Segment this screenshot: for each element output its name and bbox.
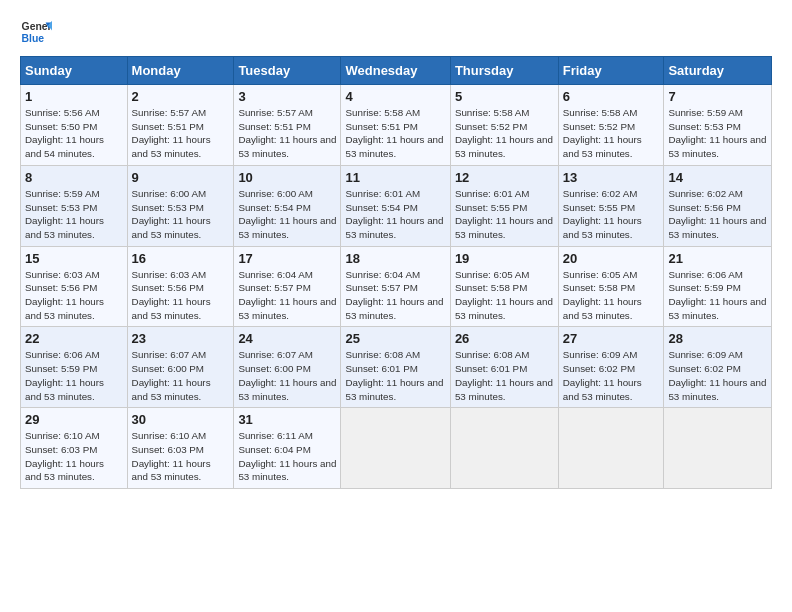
day-detail: Sunrise: 6:07 AM Sunset: 6:00 PM Dayligh… (132, 348, 230, 403)
day-number: 2 (132, 89, 230, 104)
calendar-cell: 1 Sunrise: 5:56 AM Sunset: 5:50 PM Dayli… (21, 85, 128, 166)
calendar-week-row: 15 Sunrise: 6:03 AM Sunset: 5:56 PM Dayl… (21, 246, 772, 327)
day-detail: Sunrise: 6:08 AM Sunset: 6:01 PM Dayligh… (345, 348, 445, 403)
day-number: 18 (345, 251, 445, 266)
day-detail: Sunrise: 5:57 AM Sunset: 5:51 PM Dayligh… (132, 106, 230, 161)
calendar-cell: 28 Sunrise: 6:09 AM Sunset: 6:02 PM Dayl… (664, 327, 772, 408)
day-detail: Sunrise: 6:09 AM Sunset: 6:02 PM Dayligh… (563, 348, 660, 403)
calendar-cell: 13 Sunrise: 6:02 AM Sunset: 5:55 PM Dayl… (558, 165, 664, 246)
calendar-cell: 10 Sunrise: 6:00 AM Sunset: 5:54 PM Dayl… (234, 165, 341, 246)
calendar-cell: 4 Sunrise: 5:58 AM Sunset: 5:51 PM Dayli… (341, 85, 450, 166)
day-number: 12 (455, 170, 554, 185)
day-number: 13 (563, 170, 660, 185)
calendar-cell: 2 Sunrise: 5:57 AM Sunset: 5:51 PM Dayli… (127, 85, 234, 166)
day-number: 23 (132, 331, 230, 346)
day-detail: Sunrise: 6:06 AM Sunset: 5:59 PM Dayligh… (25, 348, 123, 403)
calendar-cell: 6 Sunrise: 5:58 AM Sunset: 5:52 PM Dayli… (558, 85, 664, 166)
day-detail: Sunrise: 6:09 AM Sunset: 6:02 PM Dayligh… (668, 348, 767, 403)
day-number: 1 (25, 89, 123, 104)
calendar-cell: 25 Sunrise: 6:08 AM Sunset: 6:01 PM Dayl… (341, 327, 450, 408)
day-number: 17 (238, 251, 336, 266)
calendar-cell: 22 Sunrise: 6:06 AM Sunset: 5:59 PM Dayl… (21, 327, 128, 408)
page: General Blue SundayMondayTuesdayWednesda… (0, 0, 792, 505)
day-detail: Sunrise: 6:01 AM Sunset: 5:55 PM Dayligh… (455, 187, 554, 242)
calendar-cell: 26 Sunrise: 6:08 AM Sunset: 6:01 PM Dayl… (450, 327, 558, 408)
calendar-cell: 14 Sunrise: 6:02 AM Sunset: 5:56 PM Dayl… (664, 165, 772, 246)
day-detail: Sunrise: 6:00 AM Sunset: 5:54 PM Dayligh… (238, 187, 336, 242)
day-number: 26 (455, 331, 554, 346)
day-number: 7 (668, 89, 767, 104)
day-number: 3 (238, 89, 336, 104)
calendar-cell: 8 Sunrise: 5:59 AM Sunset: 5:53 PM Dayli… (21, 165, 128, 246)
svg-text:Blue: Blue (22, 33, 45, 44)
day-detail: Sunrise: 6:01 AM Sunset: 5:54 PM Dayligh… (345, 187, 445, 242)
calendar-header-monday: Monday (127, 57, 234, 85)
calendar-cell: 30 Sunrise: 6:10 AM Sunset: 6:03 PM Dayl… (127, 408, 234, 489)
day-detail: Sunrise: 6:02 AM Sunset: 5:55 PM Dayligh… (563, 187, 660, 242)
day-number: 8 (25, 170, 123, 185)
calendar-cell: 27 Sunrise: 6:09 AM Sunset: 6:02 PM Dayl… (558, 327, 664, 408)
day-number: 28 (668, 331, 767, 346)
day-number: 21 (668, 251, 767, 266)
calendar-header-row: SundayMondayTuesdayWednesdayThursdayFrid… (21, 57, 772, 85)
calendar-week-row: 22 Sunrise: 6:06 AM Sunset: 5:59 PM Dayl… (21, 327, 772, 408)
day-detail: Sunrise: 5:58 AM Sunset: 5:51 PM Dayligh… (345, 106, 445, 161)
logo-icon: General Blue (20, 16, 52, 48)
day-number: 27 (563, 331, 660, 346)
day-detail: Sunrise: 6:02 AM Sunset: 5:56 PM Dayligh… (668, 187, 767, 242)
day-detail: Sunrise: 5:58 AM Sunset: 5:52 PM Dayligh… (455, 106, 554, 161)
day-detail: Sunrise: 6:03 AM Sunset: 5:56 PM Dayligh… (132, 268, 230, 323)
day-detail: Sunrise: 5:56 AM Sunset: 5:50 PM Dayligh… (25, 106, 123, 161)
calendar-cell (558, 408, 664, 489)
calendar-cell: 21 Sunrise: 6:06 AM Sunset: 5:59 PM Dayl… (664, 246, 772, 327)
calendar-cell: 17 Sunrise: 6:04 AM Sunset: 5:57 PM Dayl… (234, 246, 341, 327)
day-detail: Sunrise: 5:59 AM Sunset: 5:53 PM Dayligh… (25, 187, 123, 242)
day-number: 31 (238, 412, 336, 427)
calendar-cell: 23 Sunrise: 6:07 AM Sunset: 6:00 PM Dayl… (127, 327, 234, 408)
calendar-cell: 7 Sunrise: 5:59 AM Sunset: 5:53 PM Dayli… (664, 85, 772, 166)
day-number: 24 (238, 331, 336, 346)
day-number: 20 (563, 251, 660, 266)
day-detail: Sunrise: 5:58 AM Sunset: 5:52 PM Dayligh… (563, 106, 660, 161)
calendar-header-saturday: Saturday (664, 57, 772, 85)
calendar-header-tuesday: Tuesday (234, 57, 341, 85)
calendar-cell: 24 Sunrise: 6:07 AM Sunset: 6:00 PM Dayl… (234, 327, 341, 408)
day-detail: Sunrise: 6:04 AM Sunset: 5:57 PM Dayligh… (238, 268, 336, 323)
calendar-cell: 20 Sunrise: 6:05 AM Sunset: 5:58 PM Dayl… (558, 246, 664, 327)
day-number: 11 (345, 170, 445, 185)
calendar-cell: 16 Sunrise: 6:03 AM Sunset: 5:56 PM Dayl… (127, 246, 234, 327)
day-detail: Sunrise: 6:10 AM Sunset: 6:03 PM Dayligh… (132, 429, 230, 484)
day-number: 10 (238, 170, 336, 185)
calendar-header-sunday: Sunday (21, 57, 128, 85)
day-number: 30 (132, 412, 230, 427)
day-number: 15 (25, 251, 123, 266)
calendar-week-row: 8 Sunrise: 5:59 AM Sunset: 5:53 PM Dayli… (21, 165, 772, 246)
calendar-cell: 9 Sunrise: 6:00 AM Sunset: 5:53 PM Dayli… (127, 165, 234, 246)
calendar-table: SundayMondayTuesdayWednesdayThursdayFrid… (20, 56, 772, 489)
calendar-cell: 18 Sunrise: 6:04 AM Sunset: 5:57 PM Dayl… (341, 246, 450, 327)
calendar-cell: 5 Sunrise: 5:58 AM Sunset: 5:52 PM Dayli… (450, 85, 558, 166)
day-detail: Sunrise: 6:06 AM Sunset: 5:59 PM Dayligh… (668, 268, 767, 323)
calendar-cell (664, 408, 772, 489)
logo: General Blue (20, 16, 56, 48)
day-detail: Sunrise: 6:05 AM Sunset: 5:58 PM Dayligh… (563, 268, 660, 323)
day-detail: Sunrise: 6:03 AM Sunset: 5:56 PM Dayligh… (25, 268, 123, 323)
day-number: 6 (563, 89, 660, 104)
day-detail: Sunrise: 6:00 AM Sunset: 5:53 PM Dayligh… (132, 187, 230, 242)
day-detail: Sunrise: 6:11 AM Sunset: 6:04 PM Dayligh… (238, 429, 336, 484)
calendar-cell: 19 Sunrise: 6:05 AM Sunset: 5:58 PM Dayl… (450, 246, 558, 327)
calendar-cell (450, 408, 558, 489)
calendar-cell (341, 408, 450, 489)
calendar-cell: 15 Sunrise: 6:03 AM Sunset: 5:56 PM Dayl… (21, 246, 128, 327)
header: General Blue (20, 16, 772, 48)
day-number: 5 (455, 89, 554, 104)
day-detail: Sunrise: 6:05 AM Sunset: 5:58 PM Dayligh… (455, 268, 554, 323)
day-number: 19 (455, 251, 554, 266)
day-detail: Sunrise: 6:08 AM Sunset: 6:01 PM Dayligh… (455, 348, 554, 403)
calendar-header-thursday: Thursday (450, 57, 558, 85)
day-number: 9 (132, 170, 230, 185)
day-number: 4 (345, 89, 445, 104)
calendar-cell: 12 Sunrise: 6:01 AM Sunset: 5:55 PM Dayl… (450, 165, 558, 246)
calendar-header-friday: Friday (558, 57, 664, 85)
calendar-week-row: 29 Sunrise: 6:10 AM Sunset: 6:03 PM Dayl… (21, 408, 772, 489)
